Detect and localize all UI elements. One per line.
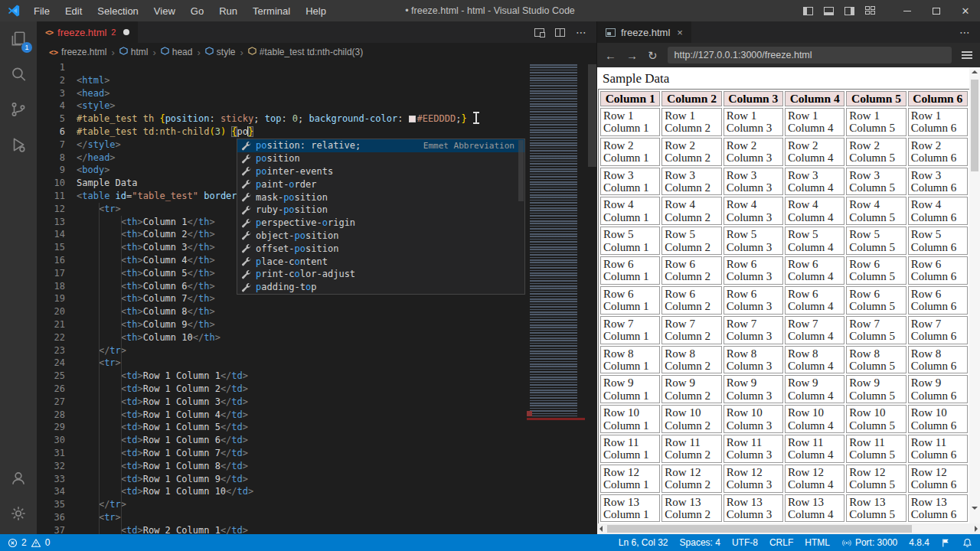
tab-preview-freeze-html[interactable]: freeze.html × [597, 21, 691, 43]
suggestion-item[interactable]: place-content [237, 255, 524, 268]
run-debug-icon[interactable] [0, 127, 37, 162]
status-item[interactable]: CRLF [769, 537, 793, 548]
suggestion-item[interactable]: perspective-origin [237, 217, 524, 230]
toggle-panel-icon[interactable] [824, 7, 834, 15]
suggestion-item[interactable]: ruby-position [237, 204, 524, 217]
code-line[interactable]: 1 [37, 61, 596, 74]
suggestion-label: position [256, 153, 300, 164]
menu-file[interactable]: File [27, 3, 57, 19]
version-status[interactable]: 4.8.4 [909, 537, 929, 548]
suggestion-item[interactable]: paint-order [237, 178, 524, 191]
editor-scrollbar[interactable] [588, 64, 596, 167]
code-line[interactable]: 3<head> [37, 87, 596, 100]
page-vertical-scrollbar[interactable] [969, 67, 980, 523]
minimize-button[interactable] [893, 0, 922, 21]
menu-selection[interactable]: Selection [90, 3, 145, 19]
minimap[interactable] [525, 63, 588, 534]
browser-menu-icon[interactable] [962, 51, 972, 59]
table-cell: Row 10Column 2 [662, 405, 721, 433]
status-item[interactable]: HTML [805, 537, 830, 548]
search-icon[interactable] [0, 57, 37, 92]
status-item[interactable]: UTF-8 [732, 537, 758, 548]
notifications-bell-icon[interactable] [962, 538, 972, 548]
scroll-right-icon[interactable] [975, 526, 978, 532]
menu-view[interactable]: View [147, 3, 182, 19]
editor-tab-bar: <> freeze.html 2 ⋯ [37, 21, 596, 43]
breadcrumb-item[interactable]: html [119, 47, 149, 57]
breadcrumb-item[interactable]: style [205, 47, 236, 57]
suggestion-item[interactable]: mask-position [237, 191, 524, 204]
code-text: #table_test th {position: sticky; top: 0… [65, 112, 467, 126]
problems-status[interactable]: 2 0 [8, 537, 50, 548]
explorer-icon[interactable]: 1 [0, 21, 37, 57]
css-property-wrench-icon [241, 154, 252, 164]
minimap-error-block [527, 411, 532, 416]
page-horizontal-scrollbar[interactable] [597, 523, 980, 534]
more-actions-icon[interactable]: ⋯ [576, 26, 587, 38]
suggest-scrollbar[interactable] [518, 140, 524, 201]
horizontal-scroll-thumb[interactable] [607, 525, 912, 533]
table-cell: Row 13Column 3 [724, 494, 783, 523]
close-tab-icon[interactable]: × [677, 27, 683, 38]
suggestion-item[interactable]: object-position [237, 230, 524, 243]
back-icon[interactable]: ← [605, 50, 616, 61]
toggle-sidebar-icon[interactable] [803, 7, 813, 15]
warning-count: 0 [45, 537, 51, 548]
suggestion-item[interactable]: offset-position [237, 242, 524, 255]
maximize-button[interactable] [922, 0, 951, 21]
table-cell: Row 6Column 4 [785, 256, 844, 285]
reload-icon[interactable]: ↻ [648, 50, 658, 61]
forward-icon[interactable]: → [626, 50, 638, 61]
source-control-icon[interactable] [0, 92, 37, 127]
tab-freeze-html[interactable]: <> freeze.html 2 [37, 21, 138, 43]
line-number: 30 [37, 434, 65, 447]
code-line[interactable]: 6#table_test td:nth-child(3) {po} [37, 126, 596, 139]
breadcrumb-item[interactable]: #table_test td:nth-child(3) [248, 47, 363, 57]
scroll-up-icon[interactable] [972, 70, 978, 73]
feedback-flag-icon[interactable] [941, 538, 951, 548]
suggestion-label: offset-position [256, 243, 338, 254]
menu-go[interactable]: Go [184, 3, 211, 19]
url-input[interactable]: http://127.0.0.1:3000/freeze.html [668, 47, 952, 64]
settings-gear-icon[interactable] [0, 496, 37, 531]
code-line[interactable]: 4<style> [37, 99, 596, 112]
line-number: 9 [37, 164, 65, 177]
scroll-down-icon[interactable] [972, 507, 978, 510]
suggestion-item[interactable]: pointer-events [237, 165, 524, 178]
code-text: <td>Row 1 Column 6</td> [65, 434, 248, 447]
breadcrumb-item[interactable]: <>freeze.html [49, 47, 106, 57]
suggestion-item[interactable]: position: relative;Emmet Abbreviation [237, 139, 524, 152]
port-status[interactable]: Port: 3000 [841, 537, 897, 548]
accounts-icon[interactable] [0, 461, 37, 496]
code-line[interactable]: 2<html> [37, 74, 596, 87]
preview-more-actions-icon[interactable]: ⋯ [959, 26, 971, 38]
vertical-scroll-thumb[interactable] [971, 80, 978, 171]
toggle-secondary-sidebar-icon[interactable] [844, 7, 854, 15]
css-property-wrench-icon [241, 192, 252, 202]
code-line[interactable]: 5#table_test th {position: sticky; top: … [37, 112, 596, 126]
suggestion-label: print-color-adjust [256, 269, 355, 279]
menu-terminal[interactable]: Terminal [246, 3, 297, 19]
close-button[interactable]: ✕ [951, 0, 980, 21]
status-item[interactable]: Spaces: 4 [680, 537, 720, 548]
menu-edit[interactable]: Edit [58, 3, 89, 19]
customize-layout-icon[interactable] [865, 6, 876, 15]
intellisense-popup: position: relative;Emmet Abbreviationpos… [237, 139, 525, 295]
scroll-left-icon[interactable] [599, 526, 603, 532]
breadcrumb-item[interactable]: head [161, 47, 193, 57]
code-text: </tr> [65, 344, 126, 357]
table-row: Row 9Column 1Row 9Column 2Row 9Column 3R… [600, 375, 968, 403]
code-text: </head> [65, 152, 116, 165]
split-editor-icon[interactable] [555, 28, 565, 37]
table-cell: Row 4Column 2 [662, 197, 721, 225]
line-number: 5 [37, 112, 65, 126]
suggestion-item[interactable]: position [237, 152, 524, 165]
suggestion-item[interactable]: print-color-adjust [237, 268, 524, 281]
status-item[interactable]: Ln 6, Col 32 [619, 537, 668, 548]
menu-help[interactable]: Help [299, 3, 333, 19]
open-preview-icon[interactable] [534, 28, 544, 37]
menu-run[interactable]: Run [212, 3, 244, 19]
breadcrumb-label: freeze.html [61, 47, 106, 57]
suggestion-item[interactable]: padding-top [237, 281, 524, 294]
modified-dot-icon[interactable] [123, 29, 129, 35]
